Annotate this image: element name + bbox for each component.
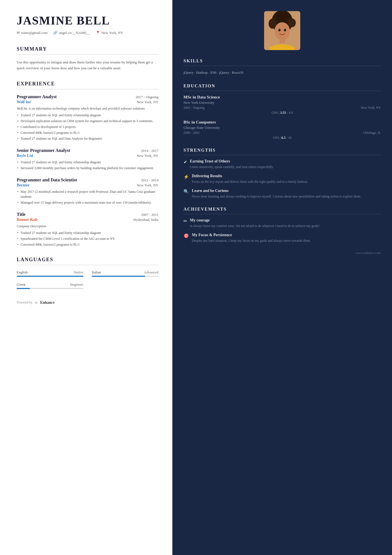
- achievement-desc: Despite any hard situation, I keep my fo…: [192, 238, 311, 243]
- strength-desc: Listen attentively, speak candidly, and …: [190, 164, 274, 169]
- avatar: [264, 11, 300, 50]
- exp-header: Programmer and Data Scientist 2011 - 201…: [17, 177, 158, 182]
- achievement-item: ✏ My courage to always leave my comfort …: [183, 218, 381, 228]
- bullet-item: Trained 27 students on SQL and Entity re…: [17, 113, 158, 118]
- svg-rect-3: [279, 38, 285, 43]
- strength-content: Earning Trust of Others Listen attentive…: [190, 159, 274, 169]
- lang-name: English: [17, 270, 28, 275]
- exp-company-name: Renner-Kub: [17, 218, 38, 222]
- lang-bar-bg: [17, 276, 83, 277]
- svg-point-7: [284, 29, 285, 30]
- lang-level: Beginner: [70, 282, 83, 287]
- exp-company-name: Wolf Inc: [17, 100, 31, 104]
- skills-text: jQuery · Hadoop · ES6 · jQuery · ReactJS: [183, 70, 381, 76]
- svg-point-10: [277, 12, 288, 20]
- location-icon: 📍: [96, 31, 100, 35]
- edu-location: Chichago, IL: [363, 131, 381, 135]
- exp-header: Programmer Analyst 2017 - Ongoing: [17, 94, 158, 99]
- right-panel: SKILLS jQuery · Hadoop · ES6 · jQuery · …: [172, 0, 392, 555]
- languages-title: LANGUAGES: [17, 257, 158, 263]
- footer-right: www.enhancv.com: [183, 251, 381, 255]
- edu-row: 2002 - Ongoing New York, NY: [183, 106, 381, 110]
- exp-company-name: Bernier: [17, 183, 29, 188]
- edu-gpa: GPA | 3.55 / 4.0: [183, 111, 381, 115]
- bullet-item: Managed over 15 large delivery projects …: [17, 200, 158, 205]
- email-contact: ✉ name@gmail.com: [17, 31, 48, 35]
- achievements-title: ACHIEVEMENTS: [183, 207, 381, 212]
- lang-level: Native: [74, 270, 83, 275]
- language-item: English Native: [17, 270, 83, 277]
- achievement-icon: 🎯: [183, 233, 189, 243]
- avatar-section: [183, 0, 381, 58]
- location-contact: 📍 New York, NY: [96, 31, 123, 35]
- link-icon: 🔗: [53, 31, 58, 35]
- achievement-desc: to always leave my comfort zone. I'm not…: [190, 223, 320, 228]
- bullet-item: Developed replication solution on CRM sy…: [17, 119, 158, 124]
- experience-section: EXPERIENCE Programmer Analyst 2017 - Ong…: [17, 81, 158, 247]
- bullet-item: Trained 27 students on SQL and Entity re…: [17, 160, 158, 165]
- avatar-image: [264, 11, 300, 50]
- summary-title: SUMMARY: [17, 46, 158, 52]
- header-contacts: ✉ name@gmail.com 🔗 angel.co/__NAME__ 📍 N…: [17, 31, 158, 35]
- exp-location: New York, NY: [137, 183, 158, 188]
- summary-divider: [17, 54, 158, 55]
- experience-item: Title 2007 - 2011 Renner-Kub Hyderabad, …: [17, 212, 158, 247]
- website-text: www.enhancv.com: [356, 251, 381, 255]
- edu-degree: BSc in Computers: [183, 120, 381, 125]
- brand-name: Enhancv: [40, 300, 55, 305]
- header-section: JASMINE BELL ✉ name@gmail.com 🔗 angel.co…: [17, 14, 158, 35]
- lang-bar-bg: [92, 276, 158, 277]
- strength-icon: 🔍: [183, 189, 189, 199]
- bullet-item: Converted 400k Answer/2 programs to PL/1: [17, 242, 158, 247]
- experience-item: Programmer Analyst 2017 - Ongoing Wolf I…: [17, 94, 158, 141]
- candidate-name: JASMINE BELL: [17, 14, 158, 27]
- education-item: MSc in Data Science New York University …: [183, 95, 381, 115]
- email-icon: ✉: [17, 31, 20, 35]
- strength-desc: Focus on the key inputs and deliver them…: [192, 179, 308, 184]
- exp-header: Senior Programmer Analyst 2014 - 2017: [17, 148, 158, 153]
- footer-left: Powered by ∞ Enhancv: [17, 300, 158, 305]
- education-title: EDUCATION: [183, 83, 381, 88]
- exp-date: 2017 - Ongoing: [136, 95, 158, 99]
- lang-header: English Native: [17, 270, 83, 275]
- language-item: Greek Beginner: [17, 282, 83, 289]
- exp-description: Company Description: [17, 224, 158, 229]
- exp-bullets: Trained 27 students on SQL and Entity re…: [17, 113, 158, 141]
- left-panel: JASMINE BELL ✉ name@gmail.com 🔗 angel.co…: [0, 0, 172, 555]
- svg-point-8: [269, 19, 276, 29]
- lang-header: Italian Advanced: [92, 270, 158, 275]
- achievement-icon: ✏: [183, 218, 187, 228]
- experience-divider: [17, 89, 158, 89]
- lang-bar-fill: [17, 288, 30, 289]
- edu-date: 2000 - 2002: [183, 131, 200, 135]
- languages-section: LANGUAGES English Native Italian Advance…: [17, 257, 158, 289]
- strength-content: Learn and be Curious Never done learning…: [192, 189, 361, 199]
- exp-company-row: Renner-Kub Hyderabad, India: [17, 217, 158, 222]
- strengths-section: STRENGTHS ✔ Earning Trust of Others List…: [183, 148, 381, 199]
- edu-row: 2000 - 2002 Chichago, IL: [183, 131, 381, 135]
- strength-icon: ✔: [183, 159, 187, 169]
- strength-title: Learn and be Curious: [192, 189, 361, 193]
- achievements-divider: [183, 214, 381, 214]
- powered-by-text: Powered by: [17, 300, 33, 305]
- strength-item: ✔ Earning Trust of Others Listen attenti…: [183, 159, 381, 169]
- languages-divider: [17, 265, 158, 265]
- bullet-item: Converted 400k Answer/2 programs to PL/1: [17, 130, 158, 135]
- bullet-item: May 2017 (2 months)Conducted a research …: [17, 189, 158, 199]
- strength-title: Earning Trust of Others: [190, 159, 274, 164]
- strengths-title: STRENGTHS: [183, 148, 381, 153]
- skills-title: SKILLS: [183, 58, 381, 63]
- lang-header: Greek Beginner: [17, 282, 83, 287]
- strengths-divider: [183, 155, 381, 155]
- languages-grid: English Native Italian Advanced Greek Be…: [17, 270, 158, 289]
- strength-content: Delivering Results Focus on the key inpu…: [192, 174, 308, 184]
- experience-item: Senior Programmer Analyst 2014 - 2017 Bo…: [17, 148, 158, 171]
- summary-text: Use this opportunity to intrigue and dra…: [17, 60, 158, 71]
- exp-header: Title 2007 - 2011: [17, 212, 158, 217]
- edu-university: Chicago State University: [183, 125, 381, 130]
- edu-gpa: GPA | 6.5 / 10: [183, 136, 381, 140]
- edu-date: 2002 - Ongoing: [183, 106, 205, 110]
- education-container: MSc in Data Science New York University …: [183, 95, 381, 140]
- bullet-item: Trained 27 students on SQL and Data Anal…: [17, 136, 158, 141]
- exp-location: New York, NY: [137, 154, 158, 158]
